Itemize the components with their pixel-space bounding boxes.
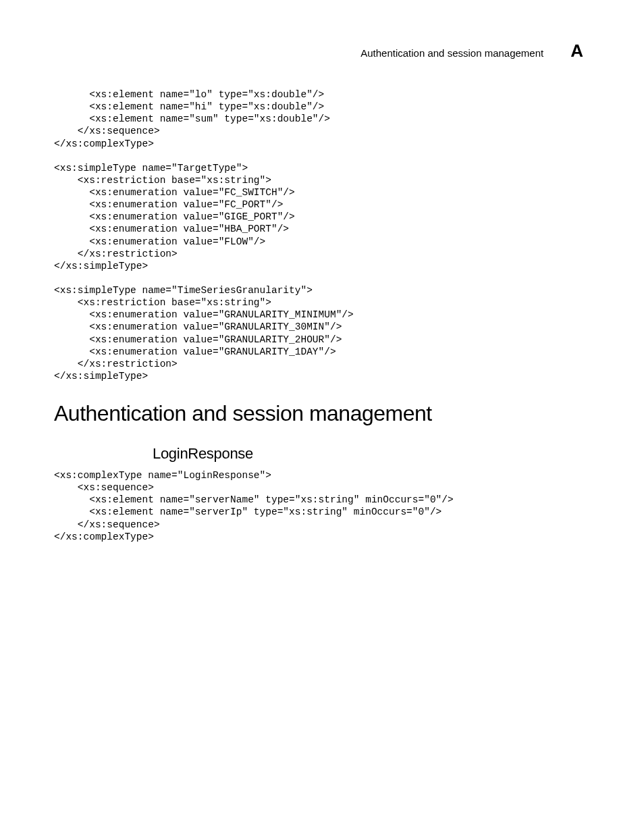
header-title: Authentication and session management <box>360 47 543 59</box>
code-block-1: <xs:element name="lo" type="xs:double"/>… <box>54 88 590 382</box>
subsection-heading: LoginResponse <box>153 445 590 463</box>
section-heading: Authentication and session management <box>54 401 590 426</box>
page-header: Authentication and session management A <box>54 41 590 61</box>
page-container: Authentication and session management A … <box>0 0 644 600</box>
code-block-2: <xs:complexType name="LoginResponse"> <x… <box>54 469 590 543</box>
header-chapter-letter: A <box>570 41 583 61</box>
